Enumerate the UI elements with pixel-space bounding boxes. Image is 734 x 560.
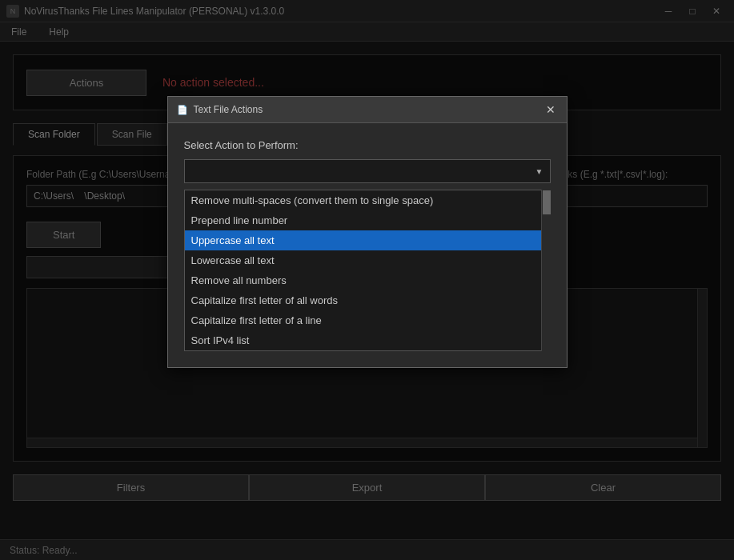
dropdown-item-4[interactable]: Remove all numbers — [185, 270, 550, 290]
modal-body: Select Action to Perform: ▼ Remove multi… — [168, 123, 567, 367]
modal-dropdown: Remove multi-spaces (convert them to sin… — [184, 190, 551, 351]
dropdown-item-0[interactable]: Remove multi-spaces (convert them to sin… — [185, 190, 550, 210]
dropdown-item-7[interactable]: Sort IPv4 list — [185, 330, 550, 350]
dropdown-item-2[interactable]: Uppercase all text — [185, 230, 550, 250]
modal-title-bar: 📄 Text File Actions ✕ — [168, 97, 567, 123]
dropdown-scroll-container: Remove multi-spaces (convert them to sin… — [184, 190, 551, 351]
dropdown-item-1[interactable]: Prepend line number — [185, 210, 550, 230]
modal-title-text: Text File Actions — [194, 104, 263, 115]
modal-overlay: 📄 Text File Actions ✕ Select Action to P… — [0, 0, 734, 560]
dropdown-wrapper: Remove multi-spaces (convert them to sin… — [184, 190, 551, 351]
combobox-arrow-icon: ▼ — [535, 167, 543, 176]
dropdown-item-5[interactable]: Capitalize first letter of all words — [185, 290, 550, 310]
dropdown-item-6[interactable]: Capitalize first letter of a line — [185, 310, 550, 330]
modal-close-button[interactable]: ✕ — [543, 102, 559, 118]
modal-title-left: 📄 Text File Actions — [176, 103, 263, 116]
dropdown-item-3[interactable]: Lowercase all text — [185, 250, 550, 270]
modal-select-label: Select Action to Perform: — [184, 139, 551, 151]
dropdown-scroll-thumb[interactable] — [543, 190, 551, 214]
modal-dialog: 📄 Text File Actions ✕ Select Action to P… — [167, 96, 568, 368]
modal-document-icon: 📄 — [176, 103, 189, 116]
dropdown-scroll-track[interactable] — [541, 190, 551, 351]
modal-combobox[interactable]: ▼ — [184, 159, 551, 183]
